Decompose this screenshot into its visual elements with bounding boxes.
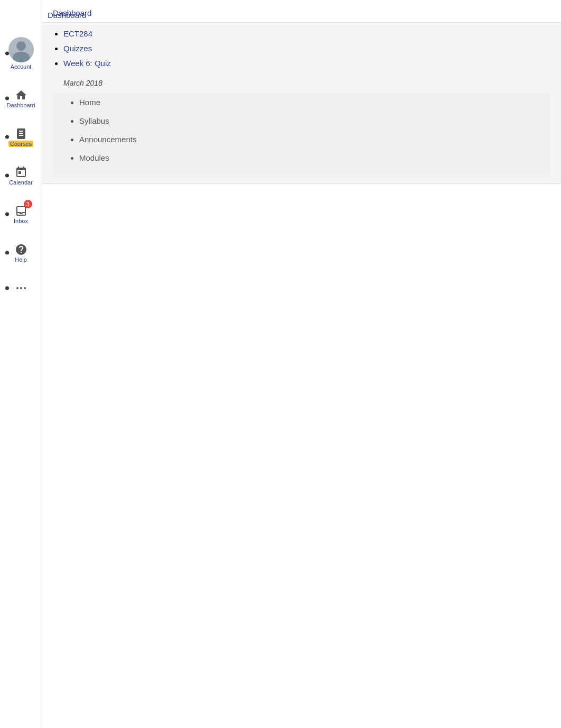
inbox-badge: 3: [24, 200, 32, 208]
sidebar: Dashboard Account Dashboard Courses: [0, 0, 42, 728]
course-nav-link-syllabus[interactable]: Syllabus: [79, 116, 109, 125]
course-nav-item-home[interactable]: Home: [79, 98, 540, 107]
breadcrumb-link-quizzes[interactable]: Quizzes: [63, 44, 92, 53]
course-nav-item-modules[interactable]: Modules: [79, 153, 540, 162]
help-icon: [14, 243, 28, 256]
sidebar-item-more[interactable]: [0, 276, 42, 300]
sidebar-label-courses: Courses: [8, 141, 33, 147]
book-icon: [14, 127, 28, 141]
breadcrumb-list: ECT284 Quizzes Week 6: Quiz: [53, 29, 550, 68]
avatar-icon: [8, 37, 34, 62]
breadcrumb-area: ECT284 Quizzes Week 6: Quiz March 2018 H…: [42, 22, 561, 184]
calendar-icon: [14, 165, 28, 179]
course-nav-list: Home Syllabus Announcements Modules: [63, 98, 540, 162]
top-dashboard-link[interactable]: Dashboard: [48, 11, 86, 20]
breadcrumb-link-ect284[interactable]: ECT284: [63, 29, 92, 38]
bullet-dashboard: [5, 97, 9, 100]
course-nav-item-syllabus[interactable]: Syllabus: [79, 116, 540, 125]
date-label: March 2018: [53, 73, 550, 93]
sidebar-label-calendar: Calendar: [9, 179, 33, 186]
sidebar-label-inbox: Inbox: [14, 218, 28, 224]
svg-point-0: [16, 287, 18, 289]
course-nav-link-home[interactable]: Home: [79, 98, 100, 107]
sidebar-item-inbox[interactable]: 3 Inbox: [0, 199, 42, 229]
bullet-calendar: [5, 174, 9, 178]
course-nav-link-announcements[interactable]: Announcements: [79, 135, 136, 144]
sidebar-item-help[interactable]: Help: [0, 237, 42, 268]
breadcrumb-link-week6quiz[interactable]: Week 6: Quiz: [63, 59, 111, 68]
bullet-inbox: [5, 213, 9, 216]
sidebar-label-account: Account: [11, 63, 32, 70]
breadcrumb-item-quizzes[interactable]: Quizzes: [63, 44, 550, 53]
sidebar-item-account[interactable]: Account: [0, 32, 42, 75]
topbar: Dashboard: [42, 0, 561, 22]
more-icon: [14, 281, 28, 295]
bullet-more: [5, 287, 9, 290]
sidebar-item-dashboard[interactable]: Dashboard: [0, 83, 42, 114]
course-nav-item-announcements[interactable]: Announcements: [79, 135, 540, 144]
svg-point-2: [24, 287, 26, 289]
main-content: Dashboard ECT284 Quizzes Week 6: Quiz Ma…: [42, 0, 561, 728]
sidebar-item-courses[interactable]: Courses: [0, 122, 42, 152]
breadcrumb-item-week6quiz[interactable]: Week 6: Quiz: [63, 59, 550, 68]
sidebar-label-dashboard: Dashboard: [7, 102, 35, 108]
breadcrumb-item-ect284[interactable]: ECT284: [63, 29, 550, 39]
home-icon: [14, 88, 28, 102]
sidebar-label-help: Help: [15, 256, 27, 263]
bullet-help: [5, 251, 9, 255]
svg-point-1: [20, 287, 22, 289]
sidebar-item-calendar[interactable]: Calendar: [0, 160, 42, 191]
bullet-courses: [5, 135, 9, 139]
inbox-icon-wrapper: 3: [14, 204, 28, 218]
course-nav-link-modules[interactable]: Modules: [79, 153, 109, 162]
course-nav: Home Syllabus Announcements Modules: [53, 93, 550, 177]
